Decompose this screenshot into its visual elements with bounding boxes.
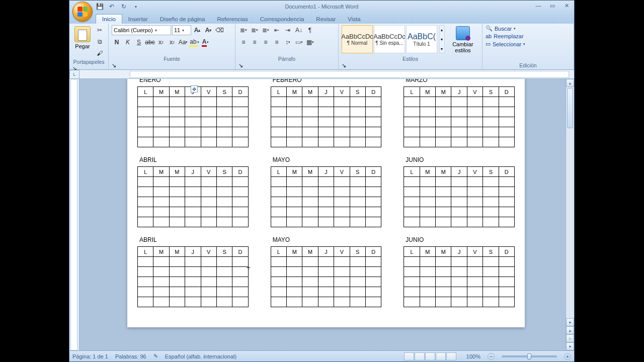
change-case-button[interactable]: Aa▾ <box>178 37 188 47</box>
day-cell[interactable] <box>467 257 482 267</box>
browse-object-icon[interactable]: ○ <box>566 334 574 342</box>
day-cell[interactable] <box>365 187 381 197</box>
day-cell[interactable] <box>138 217 153 227</box>
day-cell[interactable] <box>404 187 420 197</box>
multilevel-button[interactable]: ≣▾ <box>261 25 271 35</box>
day-cell[interactable] <box>185 207 201 217</box>
day-cell[interactable] <box>185 117 201 127</box>
day-cell[interactable] <box>216 177 232 187</box>
day-cell[interactable] <box>138 107 153 117</box>
restore-button[interactable]: ▭ <box>547 2 558 10</box>
day-cell[interactable] <box>436 187 451 197</box>
align-left-button[interactable]: ≡ <box>238 37 249 47</box>
day-cell[interactable] <box>271 297 286 307</box>
day-cell[interactable] <box>153 127 169 137</box>
day-cell[interactable] <box>350 97 365 107</box>
day-cell[interactable] <box>169 107 185 117</box>
cut-icon[interactable]: ✂ <box>95 25 105 35</box>
day-cell[interactable] <box>138 257 153 267</box>
day-cell[interactable] <box>404 217 420 227</box>
day-cell[interactable] <box>483 177 499 187</box>
day-cell[interactable] <box>153 297 169 307</box>
day-cell[interactable] <box>201 117 216 127</box>
day-cell[interactable] <box>365 127 381 137</box>
day-cell[interactable] <box>302 187 318 197</box>
day-cell[interactable] <box>350 287 365 297</box>
day-cell[interactable] <box>499 267 514 277</box>
day-cell[interactable] <box>404 257 420 267</box>
zoom-slider[interactable] <box>502 355 557 357</box>
font-launcher[interactable]: ↘ <box>112 62 232 69</box>
day-cell[interactable] <box>185 267 201 277</box>
day-cell[interactable] <box>216 117 232 127</box>
line-spacing-button[interactable]: ↕▾ <box>283 37 293 47</box>
day-cell[interactable] <box>451 257 467 267</box>
superscript-button[interactable]: x2 <box>167 37 177 47</box>
day-cell[interactable] <box>404 207 420 217</box>
style-sin-espaciado[interactable]: AaBbCcDc¶ Sin espa... <box>374 25 405 53</box>
day-cell[interactable] <box>232 277 248 287</box>
day-cell[interactable] <box>483 207 499 217</box>
day-cell[interactable] <box>467 207 482 217</box>
day-cell[interactable] <box>185 297 201 307</box>
day-cell[interactable] <box>232 217 248 227</box>
day-cell[interactable] <box>404 277 420 287</box>
tab-diseno[interactable]: Diseño de página <box>154 15 211 24</box>
day-cell[interactable] <box>334 297 350 307</box>
day-cell[interactable] <box>420 277 435 287</box>
day-cell[interactable] <box>365 97 381 107</box>
tab-vista[interactable]: Vista <box>342 15 366 24</box>
day-cell[interactable] <box>350 207 365 217</box>
day-cell[interactable] <box>232 127 248 137</box>
subscript-button[interactable]: x2 <box>156 37 166 47</box>
day-cell[interactable] <box>420 217 435 227</box>
day-cell[interactable] <box>404 117 420 127</box>
day-cell[interactable] <box>201 207 216 217</box>
day-cell[interactable] <box>467 177 482 187</box>
day-cell[interactable] <box>420 177 435 187</box>
month-table[interactable]: LMMJVSD <box>271 246 382 307</box>
strike-button[interactable]: abc <box>145 37 155 47</box>
day-cell[interactable] <box>153 137 169 147</box>
day-cell[interactable] <box>451 297 467 307</box>
day-cell[interactable] <box>271 257 286 267</box>
day-cell[interactable] <box>436 267 451 277</box>
tab-revisar[interactable]: Revisar <box>310 15 342 24</box>
day-cell[interactable] <box>365 267 381 277</box>
day-cell[interactable] <box>185 107 201 117</box>
styles-launcher[interactable]: ↘ <box>342 62 479 69</box>
day-cell[interactable] <box>451 97 467 107</box>
align-center-button[interactable]: ≡ <box>250 37 260 47</box>
day-cell[interactable] <box>169 97 185 107</box>
day-cell[interactable] <box>404 287 420 297</box>
day-cell[interactable] <box>287 177 302 187</box>
day-cell[interactable] <box>153 97 169 107</box>
day-cell[interactable] <box>483 197 499 207</box>
day-cell[interactable] <box>216 287 232 297</box>
day-cell[interactable] <box>420 267 435 277</box>
view-outline[interactable] <box>436 352 446 360</box>
view-print-layout[interactable] <box>404 352 414 360</box>
day-cell[interactable] <box>153 197 169 207</box>
day-cell[interactable] <box>420 107 435 117</box>
day-cell[interactable] <box>138 277 153 287</box>
day-cell[interactable] <box>436 287 451 297</box>
day-cell[interactable] <box>365 207 381 217</box>
day-cell[interactable] <box>232 297 248 307</box>
day-cell[interactable] <box>318 187 334 197</box>
day-cell[interactable] <box>467 107 482 117</box>
day-cell[interactable] <box>302 277 318 287</box>
day-cell[interactable] <box>271 117 286 127</box>
day-cell[interactable] <box>185 257 201 267</box>
day-cell[interactable] <box>365 107 381 117</box>
day-cell[interactable] <box>420 207 435 217</box>
day-cell[interactable] <box>138 137 153 147</box>
day-cell[interactable] <box>436 137 451 147</box>
day-cell[interactable] <box>169 197 185 207</box>
day-cell[interactable] <box>138 207 153 217</box>
day-cell[interactable] <box>365 217 381 227</box>
day-cell[interactable] <box>271 197 286 207</box>
day-cell[interactable] <box>201 127 216 137</box>
scroll-down-icon[interactable]: ▾ <box>566 318 574 326</box>
day-cell[interactable] <box>271 277 286 287</box>
